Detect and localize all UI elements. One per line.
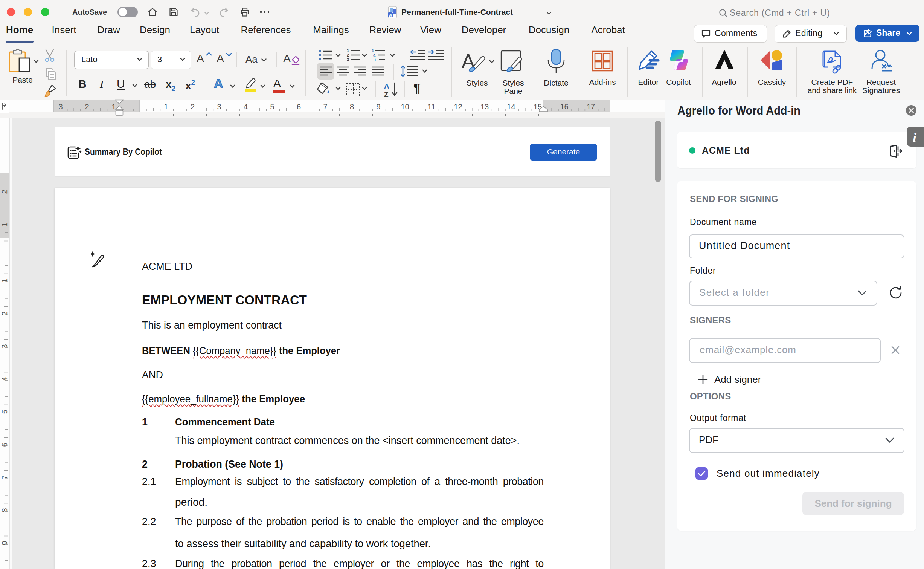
svg-text:5: 5 [270, 102, 274, 111]
svg-text:9: 9 [376, 102, 380, 111]
svg-text:1: 1 [164, 102, 168, 111]
svg-text:a: a [373, 53, 376, 57]
svg-text:2: 2 [85, 102, 89, 111]
svg-text:i: i [375, 57, 376, 62]
svg-text:8: 8 [350, 102, 354, 111]
svg-text:A: A [384, 82, 389, 90]
svg-text:3: 3 [347, 57, 349, 62]
svg-text:W: W [389, 13, 392, 17]
svg-text:6: 6 [297, 102, 301, 111]
svg-text:3: 3 [217, 102, 221, 111]
svg-text:1: 1 [0, 222, 9, 226]
svg-text:16: 16 [560, 102, 568, 111]
svg-text:Z: Z [384, 90, 389, 98]
svg-text:2: 2 [191, 102, 195, 111]
svg-text:14: 14 [507, 102, 515, 111]
svg-text:13: 13 [480, 102, 489, 111]
svg-text:2: 2 [0, 190, 9, 194]
svg-text:2: 2 [347, 53, 349, 57]
svg-text:1: 1 [372, 48, 374, 53]
svg-text:17: 17 [587, 102, 595, 111]
svg-text:11: 11 [428, 102, 436, 111]
svg-text:3: 3 [58, 102, 63, 111]
svg-text:7: 7 [323, 102, 327, 111]
svg-text:4: 4 [244, 102, 248, 111]
svg-text:1: 1 [347, 48, 349, 53]
svg-text:12: 12 [454, 102, 462, 111]
svg-text:10: 10 [401, 102, 409, 111]
